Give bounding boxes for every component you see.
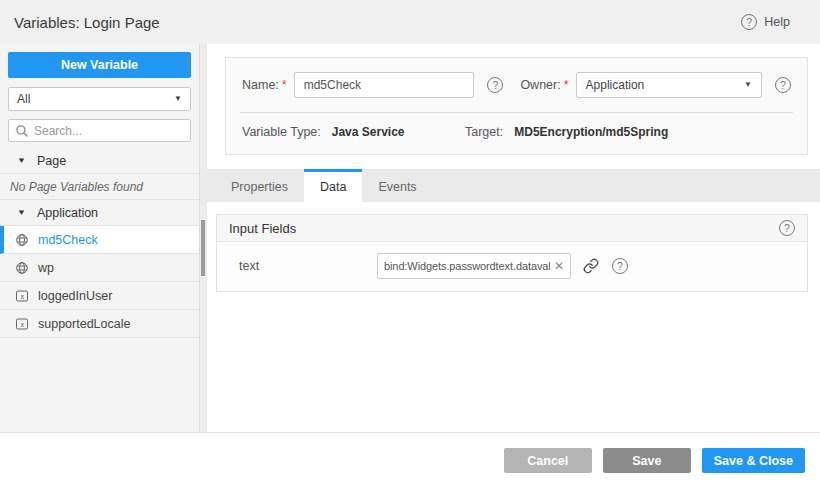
static-variable-icon: x [15, 317, 29, 331]
name-help-icon[interactable]: ? [487, 77, 503, 93]
input-fields-panel: Input Fields ? text bind:Widgets.passwor… [216, 214, 808, 292]
svg-text:x: x [20, 320, 24, 329]
bind-expression-input[interactable]: bind:Widgets.passwordtext.datavalue ✕ [377, 253, 571, 279]
new-variable-button[interactable]: New Variable [8, 52, 191, 78]
target-label: Target: [465, 125, 503, 139]
name-label: Name:* [242, 78, 287, 92]
variable-type-group: Variable Type: Java Service [242, 125, 465, 139]
clear-binding-icon[interactable]: ✕ [554, 260, 564, 272]
field-help-icon[interactable]: ? [612, 258, 628, 274]
sidebar-controls: New Variable All ▼ [0, 52, 199, 142]
field-name-label: text [229, 259, 377, 273]
name-input[interactable] [294, 72, 475, 98]
dialog-footer: Cancel Save Save & Close [0, 432, 820, 488]
owner-help-icon[interactable]: ? [775, 77, 791, 93]
variable-type-value: Java Service [332, 125, 405, 139]
variable-detail-panel: Name:* ? Owner:* Application ▼ ? Variabl… [207, 44, 820, 432]
sidebar-scrollbar-track[interactable] [200, 44, 207, 432]
owner-label: Owner:* [520, 78, 568, 92]
tree-item-label: wp [38, 261, 54, 275]
save-and-close-button[interactable]: Save & Close [702, 448, 805, 473]
bind-expression-value: bind:Widgets.passwordtext.datavalue [384, 260, 550, 272]
input-fields-body: text bind:Widgets.passwordtext.datavalue… [217, 242, 807, 291]
tree-item-wp[interactable]: wp [0, 254, 199, 282]
type-target-row: Variable Type: Java Service Target: MD5E… [226, 113, 807, 154]
tree-item-md5check[interactable]: md5Check [0, 226, 199, 254]
tab-data[interactable]: Data [304, 169, 362, 202]
help-label: Help [764, 15, 790, 29]
variables-dialog: Variables: Login Page ? Help New Variabl… [0, 0, 820, 488]
target-group: Target: MD5Encryption/md5Spring [465, 125, 668, 139]
chevron-down-icon: ▼ [174, 95, 182, 103]
service-variable-icon [15, 261, 29, 275]
tree-item-label: md5Check [38, 233, 98, 247]
search-box [8, 119, 191, 142]
help-button[interactable]: ? Help [741, 14, 790, 30]
tree-item-loggedinuser[interactable]: x loggedInUser [0, 282, 199, 310]
variables-tree: ▼ Page No Page Variables found ▼ Applica… [0, 148, 199, 338]
chevron-down-icon: ▼ [744, 81, 752, 89]
page-title: Variables: Login Page [14, 14, 160, 31]
tree-section-application-label: Application [37, 206, 98, 220]
tree-item-supportedlocale[interactable]: x supportedLocale [0, 310, 199, 338]
save-button[interactable]: Save [603, 448, 691, 473]
svg-text:x: x [20, 292, 24, 301]
variable-filter-value: All [17, 92, 30, 106]
tree-section-page-label: Page [37, 154, 66, 168]
owner-select-value: Application [586, 78, 645, 92]
tree-section-page[interactable]: ▼ Page [0, 148, 199, 174]
triangle-down-icon: ▼ [17, 156, 26, 164]
input-fields-help-icon[interactable]: ? [779, 220, 795, 236]
bind-link-icon[interactable] [583, 258, 599, 274]
help-icon: ? [741, 14, 757, 30]
detail-tabbar: Properties Data Events [207, 169, 820, 202]
required-marker: * [564, 78, 569, 92]
variable-type-label: Variable Type: [242, 125, 321, 139]
titlebar: Variables: Login Page ? Help [0, 0, 820, 44]
name-owner-row: Name:* ? Owner:* Application ▼ ? [226, 58, 807, 112]
sidebar-scrollbar-thumb[interactable] [201, 220, 205, 276]
service-variable-icon [15, 233, 29, 247]
cancel-button[interactable]: Cancel [504, 448, 592, 473]
tree-item-label: loggedInUser [38, 289, 112, 303]
tab-properties[interactable]: Properties [215, 169, 304, 202]
tree-section-application[interactable]: ▼ Application [0, 200, 199, 226]
variables-sidebar: New Variable All ▼ ▼ Page [0, 44, 200, 432]
owner-select[interactable]: Application ▼ [576, 72, 762, 98]
tree-item-label: supportedLocale [38, 317, 130, 331]
search-input[interactable] [34, 124, 184, 138]
tab-events[interactable]: Events [362, 169, 432, 202]
page-empty-message: No Page Variables found [0, 174, 199, 200]
target-value: MD5Encryption/md5Spring [514, 125, 668, 139]
static-variable-icon: x [15, 289, 29, 303]
input-fields-title: Input Fields [229, 221, 296, 236]
input-fields-header: Input Fields ? [217, 215, 807, 242]
variable-summary-panel: Name:* ? Owner:* Application ▼ ? Variabl… [225, 57, 808, 155]
input-field-row: text bind:Widgets.passwordtext.datavalue… [229, 253, 795, 279]
search-icon [15, 124, 29, 138]
dialog-body: New Variable All ▼ ▼ Page [0, 44, 820, 432]
required-marker: * [282, 78, 287, 92]
triangle-down-icon: ▼ [17, 208, 26, 216]
variable-filter-select[interactable]: All ▼ [8, 87, 191, 111]
